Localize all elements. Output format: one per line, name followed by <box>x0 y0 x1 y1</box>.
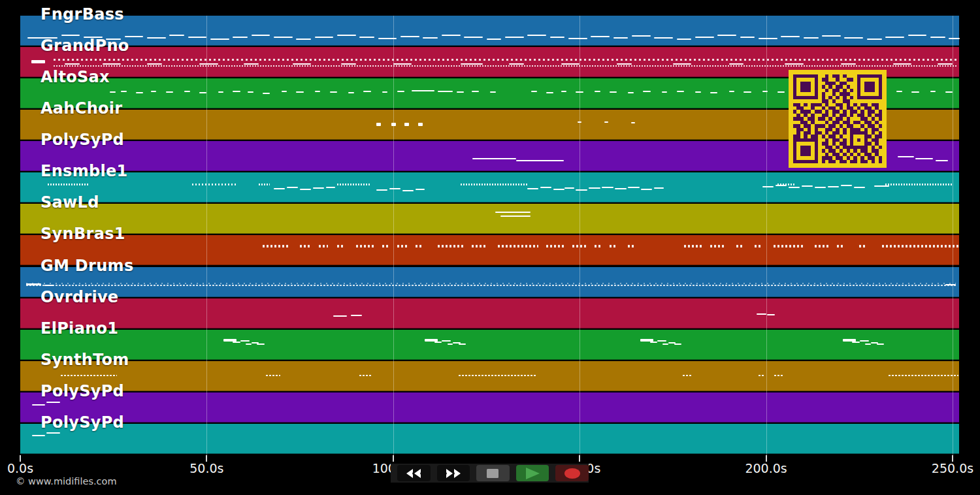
midi-note <box>804 37 819 39</box>
midi-note <box>762 186 774 187</box>
midi-note <box>509 63 524 65</box>
axis-tick-mark <box>766 455 767 462</box>
midi-note <box>274 188 285 189</box>
midi-note <box>936 160 947 161</box>
track-band-surface <box>20 267 959 297</box>
midi-note <box>233 91 240 92</box>
midi-note <box>757 313 766 315</box>
midi-note <box>26 283 41 285</box>
midi-note <box>949 38 960 39</box>
midi-note <box>729 63 744 65</box>
midi-note <box>32 404 45 406</box>
track-band[interactable] <box>20 235 959 265</box>
track-label: SynBras1 <box>41 225 125 243</box>
midi-note <box>351 315 362 316</box>
midi-note <box>568 38 587 39</box>
time-gridline <box>393 16 394 455</box>
fast-forward-button[interactable] <box>437 465 470 481</box>
midi-note <box>293 63 312 65</box>
midi-note <box>188 37 207 38</box>
midi-note <box>434 342 442 343</box>
midi-note <box>300 189 311 190</box>
time-gridline <box>580 16 580 455</box>
midi-note-run <box>683 375 693 376</box>
midi-note <box>397 91 404 92</box>
midi-note <box>673 63 692 65</box>
midi-note <box>546 92 553 93</box>
midi-note <box>400 36 419 37</box>
track-band[interactable] <box>20 204 959 234</box>
midi-note-run <box>885 184 953 185</box>
midi-note <box>500 216 531 217</box>
midi-note-run <box>498 245 539 248</box>
midi-note-run <box>461 184 528 185</box>
midi-note-run <box>459 375 536 376</box>
midi-note <box>604 121 608 123</box>
midi-note <box>44 285 54 286</box>
stop-button[interactable] <box>476 465 510 481</box>
midi-note <box>425 339 438 342</box>
midi-note-run <box>889 375 958 376</box>
track-band[interactable] <box>20 392 959 423</box>
track-label: Ovrdrive <box>41 288 118 306</box>
midi-note <box>854 187 865 188</box>
midi-note <box>781 36 800 37</box>
midi-note-run <box>382 245 389 248</box>
midi-note <box>657 340 666 342</box>
midi-note-run <box>26 285 956 286</box>
midi-note <box>438 91 453 92</box>
track-band-surface <box>20 330 959 360</box>
axis-tick-mark <box>952 455 953 462</box>
axis-tick-label: 200.0s <box>745 461 787 475</box>
track-band[interactable] <box>20 424 959 454</box>
midi-note <box>695 37 714 38</box>
midi-note-run <box>61 375 117 376</box>
midi-note-run <box>859 245 866 248</box>
midi-note <box>233 37 248 38</box>
midi-note <box>472 158 516 159</box>
midi-note <box>674 343 681 345</box>
midi-note <box>402 190 414 191</box>
midi-note <box>841 185 852 186</box>
midi-note <box>867 39 882 40</box>
midi-note <box>348 92 354 93</box>
midi-note <box>602 187 613 188</box>
midi-note <box>223 339 237 342</box>
midi-note <box>121 91 127 92</box>
midi-note <box>877 343 884 345</box>
midi-note <box>740 37 755 38</box>
midi-note <box>527 188 538 189</box>
midi-note <box>930 37 945 38</box>
rewind-button[interactable] <box>397 465 431 481</box>
track-band[interactable] <box>20 298 959 328</box>
midi-note-run <box>815 245 830 248</box>
midi-note-run <box>192 184 237 185</box>
fast-forward-icon <box>445 468 462 479</box>
track-label: GrandPno <box>41 37 129 55</box>
midi-note <box>246 343 252 345</box>
axis-tick-mark <box>393 455 394 462</box>
midi-note-run <box>882 245 960 248</box>
midi-note <box>147 37 166 39</box>
midi-note-run <box>610 245 617 248</box>
midi-note <box>423 37 438 39</box>
track-band[interactable] <box>20 330 959 360</box>
record-button[interactable] <box>555 465 589 481</box>
midi-note <box>376 189 387 191</box>
midi-note <box>576 189 587 191</box>
midi-note <box>516 160 564 161</box>
midi-note <box>240 340 250 342</box>
midi-note-run <box>337 245 344 248</box>
midi-note <box>210 39 229 40</box>
midi-note <box>885 37 904 38</box>
midi-note-run <box>546 245 565 248</box>
track-band-surface <box>20 204 959 234</box>
track-band[interactable] <box>20 267 959 297</box>
play-button[interactable] <box>516 465 549 481</box>
playback-controls-bar <box>391 464 589 483</box>
midi-note <box>393 63 412 65</box>
track-band[interactable] <box>20 16 959 46</box>
midi-note <box>591 36 610 37</box>
midi-note <box>359 37 374 38</box>
midi-note-run <box>54 59 956 61</box>
